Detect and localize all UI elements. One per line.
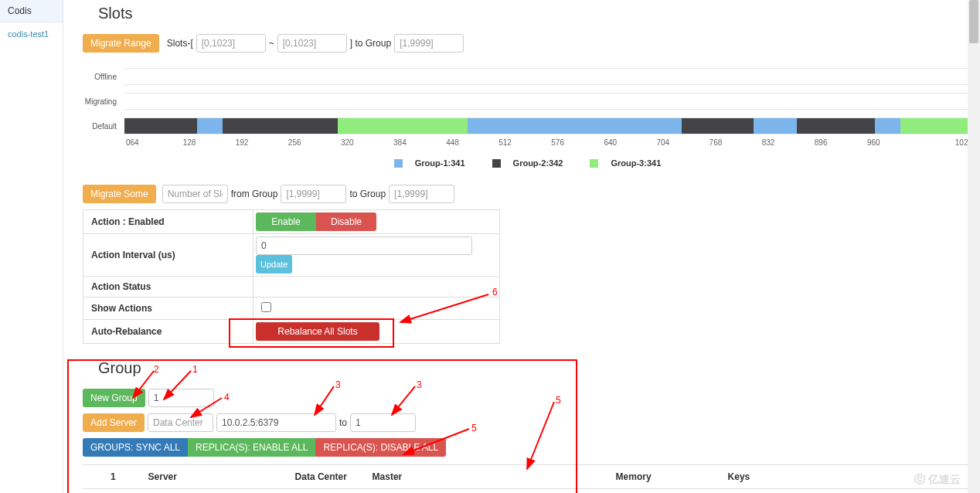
slots-open-label: Slots-[ [167, 38, 193, 49]
from-group-label: from Group [231, 189, 278, 199]
slots-title: Slots [98, 5, 972, 22]
slots-close-label: ] to Group [350, 38, 391, 49]
enable-button[interactable]: Enable [256, 212, 316, 231]
to-group-label: to Group [349, 189, 386, 199]
sidebar-header: Codis [0, 0, 63, 22]
chart-label-offline: Offline [83, 73, 124, 81]
tick: 512 [499, 138, 551, 147]
migrate-some-slots-input[interactable] [162, 185, 228, 203]
tick: 640 [604, 138, 656, 147]
slot-segment-group1[interactable] [468, 118, 681, 134]
chart-label-default: Default [83, 122, 124, 131]
slot-segment-group1[interactable] [197, 118, 223, 134]
migrate-some-button[interactable]: Migrate Some [83, 185, 156, 203]
tick: 768 [709, 138, 762, 147]
tick: 960 [867, 138, 920, 147]
keys-value: db4:keys=99975,expires=0,avg_ttl=0db5:ke… [723, 488, 949, 493]
slot-segment-group2[interactable] [797, 118, 875, 134]
tick: 64 [131, 138, 183, 147]
migrate-some-row: Migrate Some from Group to Group [83, 185, 972, 203]
default-bar [124, 117, 972, 134]
slot-segment-group3[interactable] [338, 118, 468, 134]
tick: 448 [446, 138, 499, 147]
tick: 128 [183, 138, 236, 147]
memory-value: 58.22 MB / 97.66 MB [611, 488, 723, 493]
auto-rebalance-label: Auto-Rebalance [83, 319, 254, 343]
tick: 1024 [920, 138, 972, 147]
main-content: Slots Migrate Range Slots-[ ~ ] to Group… [63, 0, 980, 493]
scrollbar-thumb[interactable] [969, 0, 978, 43]
migrate-range-group-input[interactable] [394, 34, 464, 53]
tick: 192 [236, 138, 288, 147]
slot-segment-group1[interactable] [754, 118, 797, 134]
tick: 256 [288, 138, 341, 147]
svg-line-1 [400, 294, 488, 322]
sidebar: Codis codis-test1 [0, 0, 63, 493]
action-status-label: Action Status [83, 276, 254, 297]
chart-label-migrating: Migrating [83, 97, 124, 106]
migrate-some-to-input[interactable] [389, 185, 454, 203]
slot-segment-group1[interactable] [875, 118, 900, 134]
slot-chart: Offline Migrating Default 06412819225632… [83, 64, 972, 169]
sidebar-item-codis-test1[interactable]: codis-test1 [0, 22, 63, 46]
slot-segment-group2[interactable] [682, 118, 754, 134]
tick: 832 [762, 138, 815, 147]
interval-input[interactable] [256, 236, 472, 255]
col-keys: Keys [723, 464, 949, 488]
slot-segment-group3[interactable] [900, 118, 972, 134]
action-interval-label: Action Interval (us) [83, 233, 254, 276]
slot-segment-group2[interactable] [124, 118, 197, 134]
scrollbar[interactable] [968, 0, 980, 493]
tick: 896 [815, 138, 867, 147]
swatch-group1 [394, 159, 403, 168]
tick: 704 [657, 138, 709, 147]
show-actions-checkbox[interactable] [261, 302, 271, 312]
migrate-range-from-input[interactable] [196, 34, 266, 53]
migrate-range-sep: ~ [269, 38, 274, 49]
tick: 320 [341, 138, 393, 147]
action-enabled-label: Action : Enabled [83, 209, 254, 233]
legend-item-2: Group-2:342 [486, 158, 570, 168]
migrate-some-from-input[interactable] [281, 185, 346, 203]
swatch-group2 [492, 159, 501, 168]
update-button[interactable]: Update [256, 255, 292, 274]
swatch-group3 [590, 159, 598, 168]
chart-ticks: 0641281922563203844485125766407047688328… [126, 138, 972, 147]
tick: 384 [393, 138, 446, 147]
tick: 576 [551, 138, 604, 147]
migrate-range-row: Migrate Range Slots-[ ~ ] to Group [83, 34, 972, 53]
migrate-range-to-input[interactable] [277, 34, 347, 53]
show-actions-label: Show Actions [83, 297, 254, 319]
legend-item-1: Group-1:341 [388, 158, 471, 168]
migrate-range-button[interactable]: Migrate Range [83, 34, 159, 53]
legend-item-3: Group-3:341 [584, 158, 667, 168]
chart-legend: Group-1:341 Group-2:342 Group-3:341 [83, 158, 972, 169]
slot-segment-group2[interactable] [223, 118, 338, 134]
col-memory: Memory [611, 464, 723, 488]
disable-button[interactable]: Disable [316, 212, 376, 231]
